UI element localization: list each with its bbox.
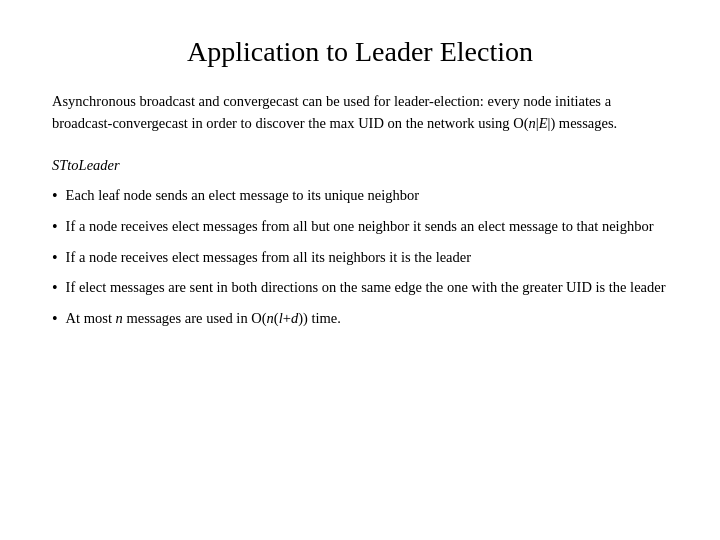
bullet-item-3: • If a node receives elect messages from…	[52, 246, 668, 271]
bullet-symbol-3: •	[52, 246, 58, 271]
bullet-text-2: If a node receives elect messages from a…	[66, 215, 668, 237]
bullet-text-3: If a node receives elect messages from a…	[66, 246, 668, 268]
bullet-item-2: • If a node receives elect messages from…	[52, 215, 668, 240]
intro-paragraph: Asynchronous broadcast and convergecast …	[52, 90, 668, 135]
bullet-item-5: • At most n messages are used in O(n(l+d…	[52, 307, 668, 332]
bullet-symbol-4: •	[52, 276, 58, 301]
bullet-item-4: • If elect messages are sent in both dir…	[52, 276, 668, 301]
bullet-symbol-5: •	[52, 307, 58, 332]
bullet-list: • Each leaf node sends an elect message …	[52, 184, 668, 338]
bullet-item-1: • Each leaf node sends an elect message …	[52, 184, 668, 209]
st-leader-heading: STtoLeader	[52, 157, 668, 174]
bullet-symbol-2: •	[52, 215, 58, 240]
bullet-text-4: If elect messages are sent in both direc…	[66, 276, 668, 298]
slide: Application to Leader Election Asynchron…	[0, 0, 720, 540]
bullet-text-5: At most n messages are used in O(n(l+d))…	[66, 307, 668, 329]
bullet-symbol-1: •	[52, 184, 58, 209]
bullet-text-1: Each leaf node sends an elect message to…	[66, 184, 668, 206]
slide-title: Application to Leader Election	[52, 36, 668, 68]
